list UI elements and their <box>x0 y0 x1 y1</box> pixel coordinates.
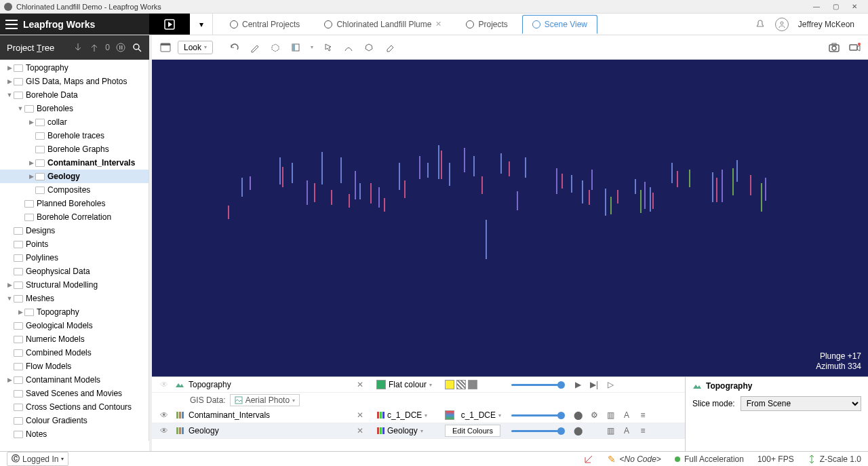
solid-swatch[interactable] <box>468 380 477 389</box>
code-status[interactable]: ✎<No Code> <box>608 454 661 465</box>
bell-icon[interactable] <box>755 19 766 30</box>
remove-icon[interactable]: ✕ <box>357 380 366 389</box>
borehole-trace[interactable] <box>427 163 429 178</box>
borehole-trace[interactable] <box>331 190 332 205</box>
tree-item-designs[interactable]: Designs <box>0 224 149 237</box>
tree-item-notes[interactable]: Notes <box>0 427 149 441</box>
tree-item-geological-models[interactable]: Geological Models <box>0 319 149 332</box>
chevron-right-icon[interactable]: ▶ <box>5 64 14 71</box>
zscale-status[interactable]: Z-Scale 1.0 <box>808 454 861 464</box>
tree-item-structural-modelling[interactable]: ▶Structural Modelling <box>0 278 149 292</box>
chevron-down-icon[interactable]: ▼ <box>5 92 14 98</box>
scene-row-topography[interactable]: 👁 Topography ✕ Flat colour▾ <box>152 377 685 393</box>
tree-item-composites[interactable]: Composites <box>0 183 149 197</box>
tree-item-topography[interactable]: ▶Topography <box>0 305 149 319</box>
tree-item-colour-gradients[interactable]: Colour Gradients <box>0 414 149 427</box>
tree-item-planned-boreholes[interactable]: Planned Boreholes <box>0 197 149 210</box>
maximize-button[interactable]: ▢ <box>826 3 845 10</box>
borehole-trace[interactable] <box>736 160 738 182</box>
borehole-trace[interactable] <box>500 153 502 174</box>
tree-item-saved-scenes-and-movies[interactable]: Saved Scenes and Movies <box>0 387 149 400</box>
tab-scene-view[interactable]: Scene View <box>522 15 597 34</box>
tab-projects[interactable]: Projects <box>456 15 517 34</box>
bars-icon[interactable]: ▥ <box>604 425 616 437</box>
opacity-slider[interactable] <box>511 414 562 416</box>
borehole-trace[interactable] <box>591 170 593 190</box>
borehole-trace[interactable] <box>464 148 465 172</box>
list-icon[interactable]: ≡ <box>637 425 649 437</box>
filter-icon[interactable]: ⚙ <box>588 409 600 421</box>
color-mode-dropdown[interactable]: Flat colour▾ <box>372 378 437 391</box>
arrow-down-icon[interactable] <box>73 42 83 53</box>
borehole-trace[interactable] <box>750 175 751 195</box>
color-mode-dropdown[interactable]: c_1_DCE▾ <box>372 409 432 421</box>
opacity-slider[interactable] <box>511 430 562 432</box>
cylinder-icon[interactable]: ⬤ <box>572 425 584 437</box>
hamburger-icon[interactable] <box>5 20 18 29</box>
borehole-trace[interactable] <box>481 176 483 194</box>
borehole-trace[interactable] <box>473 156 475 176</box>
remove-icon[interactable]: ✕ <box>357 426 366 435</box>
tree-item-contaminant-intervals[interactable]: ▶Contaminant_Intervals <box>0 156 149 170</box>
color-swatch[interactable] <box>445 380 454 389</box>
borehole-trace[interactable] <box>449 163 450 186</box>
tree-item-points[interactable]: Points <box>0 237 149 251</box>
borehole-trace[interactable] <box>228 206 229 219</box>
close-button[interactable]: ✕ <box>845 3 864 10</box>
gradient-swatch[interactable] <box>445 410 454 420</box>
edit-pencil-icon[interactable] <box>247 39 263 56</box>
borehole-trace[interactable] <box>677 171 678 187</box>
tab-central-projects[interactable]: Central Projects <box>220 15 310 34</box>
borehole-trace[interactable] <box>250 176 251 190</box>
borehole-trace[interactable] <box>384 198 385 212</box>
chevron-right-icon[interactable]: ▶ <box>27 159 35 166</box>
borehole-trace[interactable] <box>732 168 734 195</box>
eraser-icon[interactable] <box>381 39 397 56</box>
slice-dropdown-icon[interactable]: ▾ <box>308 39 316 56</box>
outline-play-icon[interactable]: ▷ <box>604 378 616 391</box>
borehole-trace[interactable] <box>765 178 766 201</box>
scene-row-geology[interactable]: 👁 Geology ✕ Geology▾ Edit Colours <box>152 423 685 439</box>
borehole-trace[interactable] <box>556 168 557 194</box>
chevron-right-icon[interactable]: ▶ <box>16 309 24 315</box>
tree-item-numeric-models[interactable]: Numeric Models <box>0 332 149 346</box>
arrow-up-icon[interactable] <box>89 42 100 53</box>
text-icon[interactable]: A <box>620 409 633 421</box>
chevron-right-icon[interactable]: ▶ <box>27 119 35 125</box>
chevron-down-icon[interactable]: ▼ <box>16 105 24 112</box>
borehole-trace[interactable] <box>650 187 651 212</box>
borehole-trace[interactable] <box>689 170 690 187</box>
cylinder-icon[interactable]: ⬤ <box>572 409 584 421</box>
bars-icon[interactable]: ▥ <box>604 409 616 421</box>
borehole-trace[interactable] <box>561 174 563 189</box>
borehole-trace[interactable] <box>438 145 439 179</box>
borehole-trace[interactable] <box>571 175 572 193</box>
visibility-toggle[interactable]: 👁 <box>159 426 170 435</box>
window-tool-icon[interactable] <box>157 39 174 56</box>
gisdata-dropdown[interactable]: Aerial Photo▾ <box>230 394 300 406</box>
play-icon[interactable]: ▶ <box>572 378 584 391</box>
opacity-slider[interactable] <box>511 384 562 386</box>
edit-colours-button[interactable]: Edit Colours <box>445 425 500 437</box>
borehole-trace[interactable] <box>282 167 283 187</box>
record-icon[interactable] <box>846 39 863 56</box>
visibility-toggle[interactable]: 👁 <box>159 380 170 389</box>
tree-item-contaminant-models[interactable]: ▶Contaminant Models <box>0 373 149 387</box>
refresh-icon[interactable] <box>226 39 243 56</box>
chevron-right-icon[interactable]: ▶ <box>27 173 35 180</box>
visibility-toggle[interactable]: 👁 <box>159 410 170 420</box>
tree-item-combined-models[interactable]: Combined Models <box>0 346 149 360</box>
tree-item-meshes[interactable]: ▼Meshes <box>0 292 149 305</box>
borehole-trace[interactable] <box>644 182 646 209</box>
close-icon[interactable]: ✕ <box>435 20 441 28</box>
borehole-trace[interactable] <box>307 180 308 205</box>
borehole-trace[interactable] <box>640 190 642 213</box>
borehole-trace[interactable] <box>712 172 713 202</box>
borehole-trace[interactable] <box>419 156 420 179</box>
tree-item-cross-sections-and-contours[interactable]: Cross Sections and Contours <box>0 400 149 414</box>
pause-icon[interactable] <box>115 42 126 53</box>
login-status[interactable]: Ⓒ Logged In ▾ <box>7 452 68 466</box>
tree-item-borehole-data[interactable]: ▼Borehole Data <box>0 88 149 102</box>
chevron-right-icon[interactable]: ▶ <box>5 281 14 288</box>
borehole-trace[interactable] <box>340 157 342 183</box>
